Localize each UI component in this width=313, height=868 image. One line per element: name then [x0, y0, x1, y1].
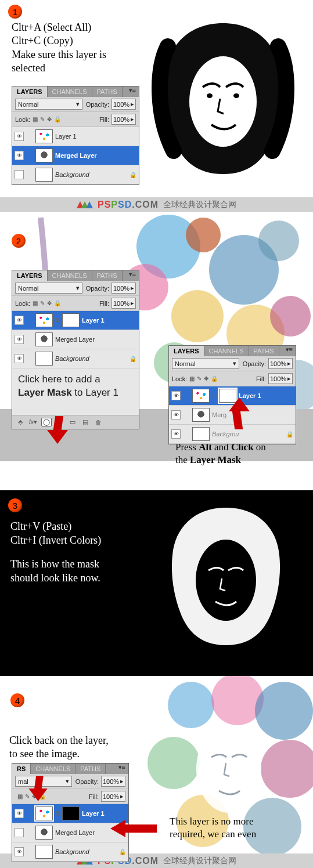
blend-mode-select[interactable]: Normal▾ [172, 358, 239, 369]
svg-point-25 [196, 725, 261, 813]
step3-text: Cltr+V (Paste) Cltr+I (Invert Colors) Th… [10, 519, 101, 585]
tab-layers[interactable]: LAYERS [12, 270, 48, 281]
tab-paths[interactable]: PATHS [75, 764, 106, 774]
step4-text1: Click back on the layer, to see the imag… [9, 734, 109, 761]
lock-label: Lock: [15, 116, 30, 123]
tab-layers[interactable]: RS [12, 764, 31, 774]
layer-item-background[interactable]: 👁 Background 🔒 [12, 165, 139, 185]
tab-layers[interactable]: LAYERS [169, 346, 204, 356]
step-badge-3: 3 [8, 498, 22, 512]
group-icon[interactable]: ▭ [68, 418, 77, 426]
new-layer-icon[interactable]: ▤ [81, 418, 90, 426]
layer-item-merged[interactable]: 👁 Merged Layer [12, 330, 139, 349]
layer-item-background[interactable]: 👁 Background 🔒 [12, 842, 128, 862]
hint-add-mask: Click here to add a Layer Mask to Layer … [18, 373, 133, 400]
fill-field[interactable]: 100%▸ [111, 114, 136, 125]
step1-line3: Make sure this layer is [12, 48, 106, 62]
svg-point-12 [270, 296, 311, 337]
tab-channels[interactable]: CHANNELS [48, 270, 92, 281]
step1-line4: selected [12, 62, 106, 75]
portrait-inverted [145, 496, 307, 670]
watermark-bar: PSPSD.COM 全球经典设计聚合网 [0, 197, 313, 212]
svg-point-2 [207, 93, 213, 98]
step-badge-2: 2 [12, 234, 26, 248]
step-3: 3 Cltr+V (Paste) Cltr+I (Invert Colors) … [0, 490, 313, 676]
svg-point-21 [147, 737, 200, 789]
tab-paths[interactable]: PATHS [92, 270, 123, 281]
tab-layers[interactable]: LAYERS [12, 86, 48, 97]
step1-line2: Cltr+C (Copy) [12, 34, 106, 48]
arrow-to-layer-thumb [26, 776, 46, 802]
mask-thumbnail[interactable] [62, 313, 80, 327]
layer-item-background[interactable]: 👁 Background 🔒 [12, 349, 139, 368]
tab-paths[interactable]: PATHS [249, 346, 279, 356]
tab-channels[interactable]: CHANNELS [204, 346, 249, 356]
lock-icons[interactable]: ▦✎✥🔒 [33, 116, 82, 122]
layers-panel-1: LAYERS CHANNELS PATHS ▾≡ Normal▾ Opacity… [12, 86, 139, 185]
fill-field[interactable]: 100%▸ [111, 298, 136, 309]
lock-icon: 🔒 [129, 356, 136, 362]
panel-footer-tools: ⬘ fx▾ ◯ ◐ ▭ ▤ 🗑 [12, 415, 139, 429]
panel-menu-icon[interactable]: ▾≡ [126, 86, 139, 97]
link-layers-icon[interactable]: ⬘ [16, 418, 25, 426]
layer-thumbnail[interactable] [35, 168, 53, 182]
step4-text2: This layer is no more required, we can e… [170, 815, 256, 841]
step-4: 4 Click back on the layer, to see the im… [0, 676, 313, 853]
panel-menu-icon[interactable]: ▾≡ [283, 346, 296, 356]
brand-tagline: 全球经典设计聚合网 [163, 856, 236, 866]
opacity-label: Opacity: [85, 101, 109, 108]
mask-link-icon[interactable]: ⛓ [55, 317, 60, 323]
layer-item-merged[interactable]: 👁 Merged Layer [12, 146, 139, 165]
brand-tagline: 全球经典设计聚合网 [163, 200, 236, 210]
panel-tabs: LAYERS CHANNELS PATHS ▾≡ [12, 86, 139, 97]
tab-channels[interactable]: CHANNELS [48, 86, 92, 97]
layer-thumbnail[interactable] [35, 149, 53, 162]
step1-line1: Cltr+A (Select All) [12, 21, 106, 34]
layer-name: Merged Layer [55, 152, 97, 159]
visibility-icon[interactable]: 👁 [15, 316, 24, 325]
trash-icon[interactable]: 🗑 [93, 419, 103, 426]
layer-thumbnail[interactable] [35, 129, 53, 143]
step-1: 1 Cltr+A (Select All) Cltr+C (Copy) Make… [0, 0, 313, 197]
fill-label: Fill: [85, 116, 109, 123]
logo-icon [77, 201, 93, 208]
svg-point-10 [171, 290, 224, 342]
blend-mode-select[interactable]: Normal▾ [15, 283, 82, 294]
step1-text: Cltr+A (Select All) Cltr+C (Copy) Make s… [12, 21, 106, 75]
step-badge-1: 1 [8, 5, 22, 19]
lock-icon: 🔒 [129, 172, 136, 178]
svg-point-1 [189, 56, 257, 147]
visibility-icon[interactable]: 👁 [15, 132, 24, 141]
opacity-field[interactable]: 100%▸ [111, 283, 136, 294]
svg-point-8 [258, 220, 299, 261]
arrow-to-mask-button [44, 416, 67, 445]
portrait-bw [133, 0, 313, 197]
visibility-icon[interactable]: 👁 [15, 170, 24, 179]
step-2: 2 LAYERS CHANNELS PATHS ▾≡ Normal▾ Opaci… [0, 212, 313, 490]
svg-point-18 [168, 682, 214, 728]
svg-point-3 [233, 93, 239, 98]
layer-name: Layer 1 [55, 133, 77, 140]
layer-item-layer1[interactable]: 👁 Layer 1 [12, 127, 139, 146]
layers-panel-2-left: LAYERS CHANNELS PATHS ▾≡ Normal▾ Opacity… [12, 270, 139, 429]
layers-panel-2-right: LAYERS CHANNELS PATHS ▾≡ Normal▾ Opacity… [168, 345, 296, 444]
tab-paths[interactable]: PATHS [92, 86, 123, 97]
fx-icon[interactable]: fx▾ [28, 418, 38, 426]
hint-alt-click: Press Alt and Click on the Layer Mask [175, 441, 266, 466]
visibility-icon[interactable]: 👁 [15, 151, 24, 160]
blend-mode-select[interactable]: Normal▾ [15, 99, 82, 110]
arrow-to-layer-mask [226, 397, 250, 429]
arrow-to-merged-layer [110, 820, 157, 837]
tab-channels[interactable]: CHANNELS [31, 764, 75, 774]
panel-menu-icon[interactable]: ▾≡ [126, 270, 139, 281]
layer-thumbnail[interactable] [35, 313, 53, 327]
layer-thumbnail[interactable] [35, 806, 53, 820]
opacity-field[interactable]: 100%▸ [111, 99, 136, 110]
svg-point-16 [196, 540, 256, 621]
svg-point-20 [255, 682, 313, 740]
brand-text: PSPSD.COM [98, 200, 159, 210]
layer-name: Background [55, 171, 89, 178]
chevron-down-icon: ▾ [76, 100, 80, 108]
mask-thumbnail[interactable] [62, 806, 80, 820]
layer-item-layer1[interactable]: 👁 ⛓ Layer 1 [12, 311, 139, 330]
